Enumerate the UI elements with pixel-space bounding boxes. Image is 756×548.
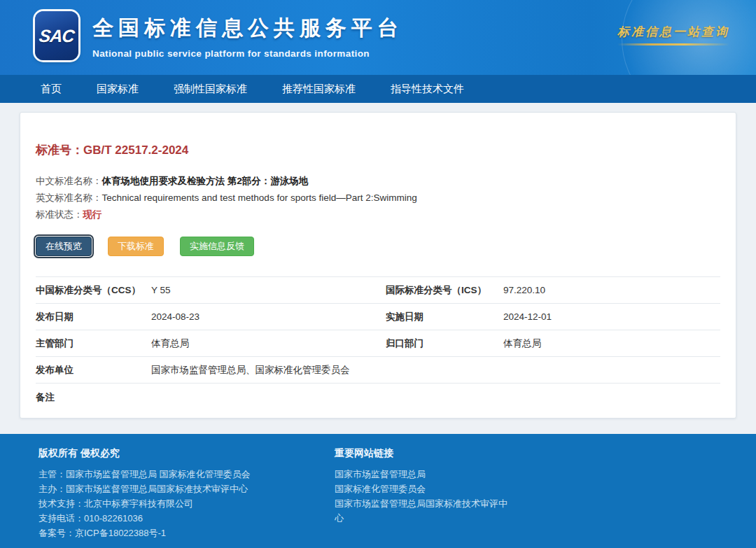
standard-number-label: 标准号：: [36, 143, 83, 157]
table-row-departments: 主管部门 体育总局 归口部门 体育总局: [36, 330, 720, 356]
nav-item-home[interactable]: 首页: [28, 75, 74, 103]
ccs-value: Y 55: [151, 285, 386, 295]
footer-line-supervisor: 主管：国家市场监督管理总局 国家标准化管理委员会: [38, 467, 312, 482]
centralized-dept-value: 体育总局: [503, 337, 541, 350]
notes-label: 备注: [36, 391, 151, 404]
footer-links-column: 重要网站链接 国家市场监督管理总局 国家标准化管理委员会 国家市场监督管理总局国…: [335, 447, 510, 526]
nav-item-recommended-standards[interactable]: 推荐性国家标准: [270, 75, 368, 103]
standard-fields: 中文标准名称：体育场地使用要求及检验方法 第2部分：游泳场地 英文标准名称：Te…: [36, 173, 720, 223]
centralized-dept-label: 归口部门: [386, 337, 503, 350]
field-cn-name-label: 中文标准名称：: [36, 176, 102, 186]
footer-link-review-center[interactable]: 国家市场监督管理总局国家标准技术审评中心: [335, 496, 510, 526]
sac-logo[interactable]: SAC: [35, 11, 78, 60]
slogan-text: 标准信息一站查询: [617, 24, 729, 40]
field-cn-name-value: 体育场地使用要求及检验方法 第2部分：游泳场地: [102, 176, 309, 186]
implement-date-value: 2024-12-01: [503, 311, 552, 322]
action-buttons: 在线预览 下载标准 实施信息反馈: [36, 237, 720, 256]
footer-line-phone: 支持电话：010-82261036: [38, 511, 312, 526]
cell-competent-dept: 主管部门 体育总局: [36, 337, 386, 350]
publish-date-value: 2024-08-23: [151, 311, 386, 322]
main-nav: 首页 国家标准 强制性国家标准 推荐性国家标准 指导性技术文件: [0, 75, 756, 103]
field-en-name: 英文标准名称：Technical requirements and test m…: [36, 190, 720, 206]
competent-dept-label: 主管部门: [36, 337, 151, 350]
publisher-label: 发布单位: [36, 364, 151, 377]
field-status: 标准状态：现行: [36, 206, 720, 223]
nav-item-national-standards[interactable]: 国家标准: [84, 75, 151, 103]
page-header: SAC 全国标准信息公共服务平台 National public service…: [0, 0, 756, 75]
status-badge: 现行: [83, 209, 102, 220]
ics-label: 国际标准分类号（ICS）: [386, 284, 503, 297]
nav-item-mandatory-standards[interactable]: 强制性国家标准: [161, 75, 260, 103]
online-preview-button[interactable]: 在线预览: [36, 237, 92, 256]
field-status-label: 标准状态：: [36, 209, 83, 220]
competent-dept-value: 体育总局: [151, 337, 386, 350]
implementation-feedback-button[interactable]: 实施信息反馈: [180, 237, 254, 256]
ccs-label: 中国标准分类号（CCS）: [36, 284, 151, 297]
site-title: 全国标准信息公共服务平台: [92, 14, 403, 43]
table-row-notes: 备注: [36, 383, 720, 419]
links-header: 重要网站链接: [335, 447, 510, 460]
site-subtitle: National public service platform for sta…: [92, 48, 403, 59]
standard-detail-table: 中国标准分类号（CCS） Y 55 国际标准分类号（ICS） 97.220.10…: [36, 276, 720, 419]
table-row-classification: 中国标准分类号（CCS） Y 55 国际标准分类号（ICS） 97.220.10: [36, 276, 720, 303]
table-row-dates: 发布日期 2024-08-23 实施日期 2024-12-01: [36, 303, 720, 330]
footer-line-tech-support: 技术支持：北京中标赛宇科技有限公司: [38, 496, 312, 511]
field-en-name-label: 英文标准名称：: [36, 192, 102, 203]
standard-number: GB/T 22517.2-2024: [83, 143, 188, 157]
field-en-name-value: Technical requirements and test methods …: [102, 192, 417, 203]
download-standard-button[interactable]: 下载标准: [108, 237, 164, 256]
cell-ccs: 中国标准分类号（CCS） Y 55: [36, 284, 386, 297]
standard-detail-card: 标准号：GB/T 22517.2-2024 中文标准名称：体育场地使用要求及检验…: [20, 112, 736, 419]
footer-line-organizer: 主办：国家市场监督管理总局国家标准技术审评中心: [38, 482, 312, 496]
cell-centralized-dept: 归口部门 体育总局: [386, 337, 720, 350]
footer-line-icp: 备案号：京ICP备18022388号-1: [38, 526, 312, 540]
nav-item-guiding-documents[interactable]: 指导性技术文件: [378, 75, 477, 103]
copyright-header: 版权所有 侵权必究: [38, 447, 312, 460]
ics-value: 97.220.10: [503, 285, 545, 295]
field-cn-name: 中文标准名称：体育场地使用要求及检验方法 第2部分：游泳场地: [36, 173, 720, 190]
standard-number-row: 标准号：GB/T 22517.2-2024: [36, 142, 720, 158]
cell-ics: 国际标准分类号（ICS） 97.220.10: [386, 284, 720, 297]
sac-logo-text: SAC: [38, 26, 76, 46]
page-footer: 版权所有 侵权必究 主管：国家市场监督管理总局 国家标准化管理委员会 主办：国家…: [0, 434, 756, 548]
footer-link-sac[interactable]: 国家标准化管理委员会: [335, 482, 510, 496]
slogan-underline: [617, 43, 729, 45]
publish-date-label: 发布日期: [36, 311, 151, 323]
footer-copyright-column: 版权所有 侵权必究 主管：国家市场监督管理总局 国家标准化管理委员会 主办：国家…: [38, 447, 312, 540]
cell-implement-date: 实施日期 2024-12-01: [386, 311, 720, 323]
publisher-value: 国家市场监督管理总局、国家标准化管理委员会: [151, 364, 720, 377]
header-titles: 全国标准信息公共服务平台 National public service pla…: [92, 14, 403, 59]
header-slogan: 标准信息一站查询: [617, 24, 729, 45]
implement-date-label: 实施日期: [386, 311, 503, 323]
footer-link-samr[interactable]: 国家市场监督管理总局: [335, 467, 510, 482]
table-row-publisher: 发布单位 国家市场监督管理总局、国家标准化管理委员会: [36, 356, 720, 383]
cell-publish-date: 发布日期 2024-08-23: [36, 311, 386, 323]
